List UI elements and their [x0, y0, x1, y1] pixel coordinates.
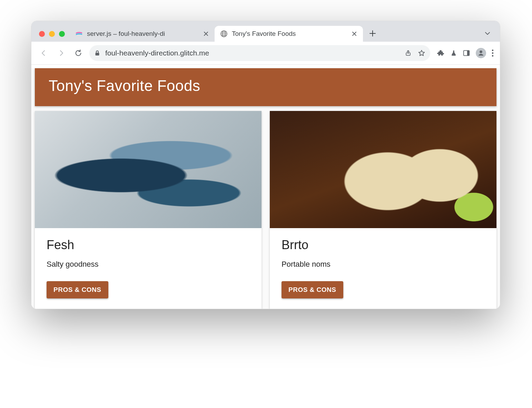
svg-point-8	[492, 52, 494, 54]
page-header: Tony's Favorite Foods	[35, 68, 496, 106]
cards-row: Fesh Salty goodness PROS & CONS Brrto Po…	[31, 106, 500, 309]
reload-button[interactable]	[72, 47, 85, 59]
address-bar[interactable]: foul-heavenly-direction.glitch.me	[89, 45, 430, 61]
food-card-brrto: Brrto Portable noms PROS & CONS	[270, 111, 496, 309]
card-title: Brrto	[282, 238, 485, 252]
minimize-window-button[interactable]	[49, 31, 55, 37]
tab-strip: server.js – foul-heavenly-di Tony's Favo…	[31, 21, 500, 42]
browser-window: server.js – foul-heavenly-di Tony's Favo…	[31, 21, 500, 309]
svg-rect-5	[467, 51, 469, 56]
food-image-burrito	[270, 111, 496, 228]
tab-tonys-favorite-foods[interactable]: Tony's Favorite Foods	[215, 26, 363, 42]
star-icon[interactable]	[418, 49, 425, 57]
extensions-icon[interactable]	[437, 49, 445, 57]
svg-point-7	[492, 50, 494, 51]
glitch-icon	[75, 30, 83, 38]
tab-title: server.js – foul-heavenly-di	[87, 30, 199, 38]
window-controls	[36, 31, 70, 42]
tab-title: Tony's Favorite Foods	[232, 30, 347, 38]
kebab-menu-icon[interactable]	[492, 49, 494, 57]
url-text: foul-heavenly-direction.glitch.me	[105, 49, 400, 57]
tab-glitch-editor[interactable]: server.js – foul-heavenly-di	[70, 26, 215, 42]
profile-avatar[interactable]	[476, 48, 486, 58]
globe-icon	[220, 30, 228, 38]
card-subtitle: Salty goodness	[47, 260, 250, 269]
close-tab-icon[interactable]	[351, 31, 357, 37]
card-title: Fesh	[47, 238, 250, 252]
share-icon[interactable]	[405, 50, 412, 57]
tab-list-button[interactable]	[481, 27, 494, 40]
lock-icon	[94, 50, 100, 56]
new-tab-button[interactable]	[366, 27, 380, 40]
svg-point-6	[480, 50, 482, 53]
close-tab-icon[interactable]	[203, 31, 209, 37]
food-image-fish	[35, 111, 262, 228]
labs-icon[interactable]	[450, 49, 457, 57]
page-title: Tony's Favorite Foods	[49, 77, 483, 94]
toolbar: foul-heavenly-direction.glitch.me	[31, 42, 500, 65]
pros-cons-button[interactable]: PROS & CONS	[47, 281, 108, 298]
close-window-button[interactable]	[39, 31, 45, 37]
forward-button[interactable]	[55, 47, 67, 59]
page-content: Tony's Favorite Foods Fesh Salty goodnes…	[31, 68, 500, 309]
maximize-window-button[interactable]	[59, 31, 65, 37]
svg-point-9	[492, 55, 494, 57]
food-card-fesh: Fesh Salty goodness PROS & CONS	[35, 111, 262, 309]
back-button[interactable]	[38, 47, 50, 59]
pros-cons-button[interactable]: PROS & CONS	[282, 281, 343, 298]
side-panel-icon[interactable]	[463, 49, 470, 57]
card-subtitle: Portable noms	[282, 260, 485, 269]
svg-rect-2	[96, 53, 99, 55]
